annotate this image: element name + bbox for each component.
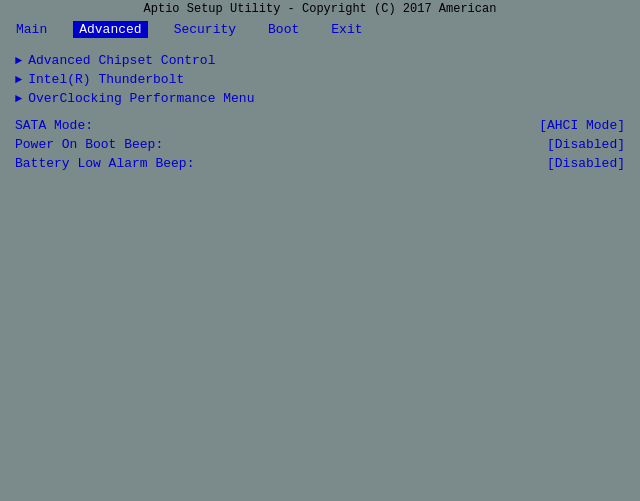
arrow-icon-0: ► [15, 54, 22, 68]
setting-value-1: [Disabled] [547, 137, 625, 152]
setting-row-0[interactable]: SATA Mode: [AHCI Mode] [15, 116, 625, 135]
setting-label-1: Power On Boot Beep: [15, 137, 163, 152]
setting-row-1[interactable]: Power On Boot Beep: [Disabled] [15, 135, 625, 154]
setting-label-2: Battery Low Alarm Beep: [15, 156, 194, 171]
arrow-icon-1: ► [15, 73, 22, 87]
title-text: Aptio Setup Utility - Copyright (C) 2017… [144, 2, 497, 16]
submenu-label-1: Intel(R) Thunderbolt [28, 72, 184, 87]
submenu-item-2[interactable]: ► OverClocking Performance Menu [15, 89, 625, 108]
menu-item-security[interactable]: Security [168, 21, 242, 38]
arrow-icon-2: ► [15, 92, 22, 106]
setting-label-0: SATA Mode: [15, 118, 93, 133]
menu-item-exit[interactable]: Exit [325, 21, 368, 38]
menu-item-main[interactable]: Main [10, 21, 53, 38]
submenu-label-0: Advanced Chipset Control [28, 53, 215, 68]
content-area: ► Advanced Chipset Control ► Intel(R) Th… [0, 41, 640, 492]
submenu-item-1[interactable]: ► Intel(R) Thunderbolt [15, 70, 625, 89]
setting-value-0: [AHCI Mode] [539, 118, 625, 133]
menu-item-boot[interactable]: Boot [262, 21, 305, 38]
submenu-label-2: OverClocking Performance Menu [28, 91, 254, 106]
submenu-item-0[interactable]: ► Advanced Chipset Control [15, 51, 625, 70]
menu-item-advanced[interactable]: Advanced [73, 21, 147, 38]
menu-bar: Main Advanced Security Boot Exit [0, 18, 640, 41]
setting-value-2: [Disabled] [547, 156, 625, 171]
title-bar: Aptio Setup Utility - Copyright (C) 2017… [0, 0, 640, 18]
setting-row-2[interactable]: Battery Low Alarm Beep: [Disabled] [15, 154, 625, 173]
